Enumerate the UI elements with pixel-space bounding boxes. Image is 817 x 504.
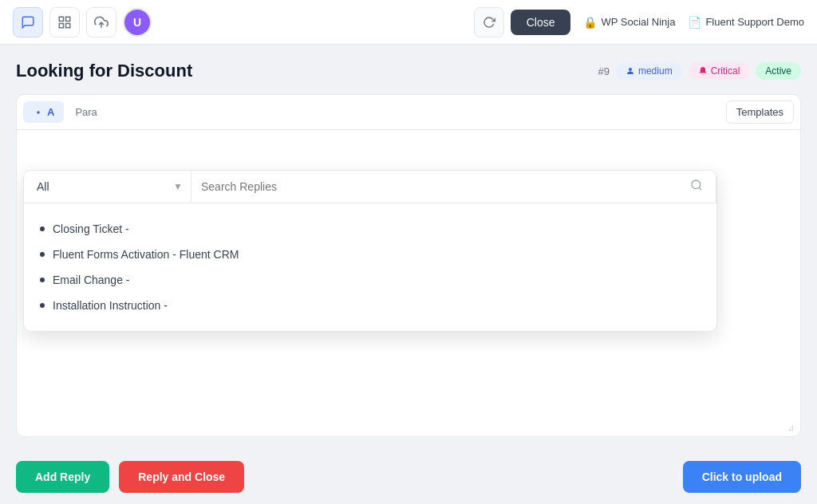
dropdown-search-row: All Category 1 Category 2 ▼	[24, 171, 716, 203]
templates-tab[interactable]: Templates	[726, 100, 794, 124]
svg-line-8	[699, 187, 701, 190]
layout-nav-btn[interactable]	[49, 7, 80, 37]
lock-icon: 🔒	[583, 16, 597, 29]
nav-actions: Close	[474, 7, 571, 37]
brand-wp-social: 🔒 WP Social Ninja	[583, 16, 675, 29]
svg-rect-2	[66, 23, 70, 27]
brand-fluent: 📄 Fluent Support Demo	[688, 16, 804, 29]
bullet-icon	[40, 252, 45, 257]
bottom-bar: Add Reply Reply and Close Click to uploa…	[0, 450, 817, 504]
reply-dropdown: All Category 1 Category 2 ▼	[23, 170, 717, 332]
reply-and-close-button[interactable]: Reply and Close	[119, 461, 244, 493]
svg-rect-3	[59, 23, 63, 27]
list-item-label: Email Change -	[53, 274, 130, 286]
list-item[interactable]: Closing Ticket -	[40, 216, 701, 242]
bullet-icon	[40, 278, 45, 282]
list-item[interactable]: Email Change -	[40, 267, 701, 293]
close-button[interactable]: Close	[511, 10, 571, 35]
editor-container: A Para Templates All Category 1 Category	[16, 94, 801, 437]
resize-handle[interactable]: ⊿	[787, 423, 797, 433]
brand-area: 🔒 WP Social Ninja 📄 Fluent Support Demo	[583, 16, 804, 29]
para-tab-label: Para	[75, 106, 97, 118]
cloud-nav-btn[interactable]	[86, 7, 116, 37]
chat-nav-btn[interactable]	[13, 7, 43, 37]
add-reply-button[interactable]: Add Reply	[16, 461, 109, 493]
brand-fluent-label: Fluent Support Demo	[705, 16, 804, 28]
avatar[interactable]: U	[123, 8, 152, 37]
list-item[interactable]: Fluent Forms Activation - Fluent CRM	[40, 242, 701, 267]
svg-point-7	[692, 180, 701, 189]
page-title: Looking for Discount	[16, 61, 192, 81]
badge-medium: medium	[616, 62, 682, 80]
svg-point-5	[629, 68, 632, 71]
list-item-label: Fluent Forms Activation - Fluent CRM	[53, 248, 239, 261]
para-tab[interactable]: Para	[67, 101, 105, 123]
doc-icon: 📄	[688, 16, 701, 29]
ai-toolbar-btn[interactable]: A	[23, 101, 64, 123]
editor-body[interactable]: All Category 1 Category 2 ▼	[17, 130, 800, 436]
ai-btn-label: A	[47, 106, 54, 118]
search-input[interactable]	[201, 171, 687, 203]
svg-rect-0	[59, 17, 63, 21]
badge-critical: Critical	[689, 62, 750, 80]
page-header: Looking for Discount #9 medium Critical …	[16, 61, 801, 81]
search-wrapper	[191, 171, 716, 203]
bullet-icon	[40, 226, 45, 231]
brand-wp-label: WP Social Ninja	[601, 16, 675, 28]
ticket-number: #9	[598, 65, 609, 77]
reply-list: Closing Ticket - Fluent Forms Activation…	[24, 203, 716, 331]
svg-rect-1	[66, 17, 70, 21]
upload-button[interactable]: Click to upload	[683, 461, 801, 493]
search-icon[interactable]	[687, 175, 706, 198]
category-select-wrapper[interactable]: All Category 1 Category 2 ▼	[24, 171, 191, 203]
list-item-label: Closing Ticket -	[53, 222, 129, 235]
category-select[interactable]: All Category 1 Category 2	[24, 171, 191, 203]
editor-toolbar: A Para Templates	[17, 95, 800, 130]
templates-label: Templates	[736, 106, 783, 118]
top-navigation: U Close 🔒 WP Social Ninja 📄 Fluent Suppo…	[0, 0, 817, 45]
svg-point-6	[37, 111, 40, 114]
header-badges: #9 medium Critical Active	[598, 62, 801, 80]
bullet-icon	[40, 303, 45, 308]
main-content: Looking for Discount #9 medium Critical …	[0, 45, 817, 450]
badge-active: Active	[756, 62, 801, 80]
refresh-button[interactable]	[474, 7, 504, 37]
list-item-label: Installation Instruction -	[53, 299, 168, 312]
list-item[interactable]: Installation Instruction -	[40, 293, 701, 318]
